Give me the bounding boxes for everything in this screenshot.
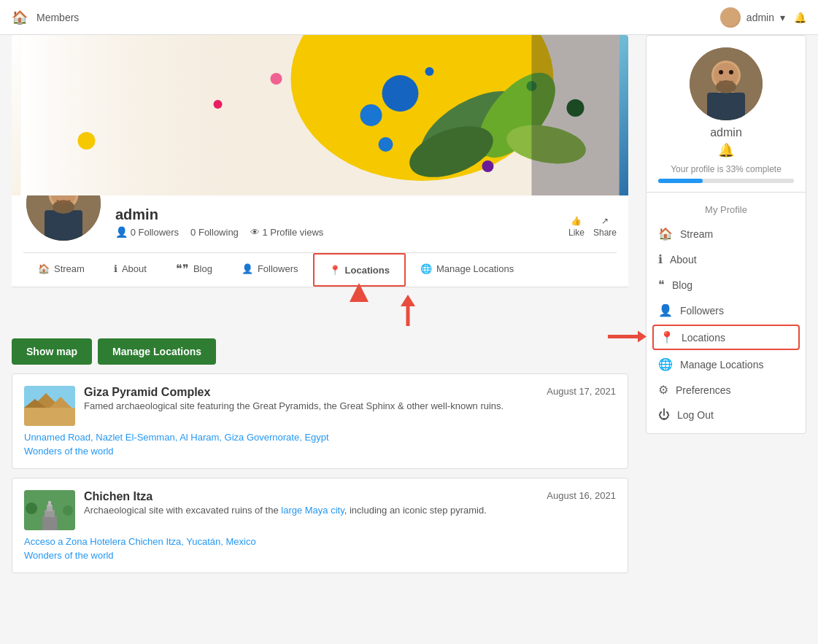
profile-actions: 👍 Like ↗ Share (568, 216, 617, 244)
manage-locations-tab-icon: 🌐 (420, 263, 432, 274)
home-icon[interactable]: 🏠 (12, 9, 28, 26)
sidebar-item-followers[interactable]: 👤 Followers (647, 298, 806, 323)
location-title: Chichen Itza (84, 490, 153, 503)
svg-marker-26 (350, 283, 369, 302)
svg-rect-1 (21, 35, 240, 195)
location-title: Giza Pyramid Complex (84, 386, 210, 399)
sidebar-item-locations[interactable]: 📍 Locations (652, 325, 800, 350)
sidebar-item-preferences[interactable]: ⚙ Preferences (647, 377, 806, 403)
profile-complete-text: Your profile is 33% complete (647, 164, 806, 174)
admin-name: admin (746, 12, 774, 23)
my-profile-heading: My Profile (647, 198, 806, 221)
cover-image (12, 35, 628, 195)
locations-sidebar-icon: 📍 (660, 330, 674, 344)
followers-icon: 👤 (658, 303, 673, 317)
manage-locations-button[interactable]: Manage Locations (98, 338, 216, 365)
svg-point-10 (78, 132, 96, 150)
profile-progress-bar (658, 179, 794, 183)
svg-rect-30 (24, 408, 75, 426)
svg-point-9 (271, 73, 282, 85)
svg-marker-28 (401, 295, 415, 306)
tab-locations[interactable]: 📍 Locations (313, 253, 406, 287)
svg-rect-35 (42, 516, 57, 530)
svg-rect-38 (48, 501, 51, 506)
location-description: Famed archaeological site featuring the … (84, 399, 616, 414)
svg-point-8 (360, 104, 382, 126)
svg-rect-21 (45, 210, 82, 241)
profile-name: admin (115, 206, 557, 223)
sidebar-username: admin (647, 126, 806, 139)
preferences-icon: ⚙ (658, 383, 668, 397)
sidebar-item-about[interactable]: ℹ About (647, 247, 806, 272)
location-address[interactable]: Acceso a Zona Hotelera Chichen Itza, Yuc… (24, 536, 616, 547)
tab-blog[interactable]: ❝❞ Blog (161, 253, 227, 287)
tab-about[interactable]: ℹ About (99, 253, 161, 287)
blog-icon: ❝ (658, 278, 665, 292)
about-icon: ℹ (658, 252, 663, 266)
svg-point-12 (425, 67, 434, 76)
location-date: August 16, 2021 (547, 490, 616, 501)
location-thumbnail (24, 490, 75, 530)
svg-rect-44 (707, 93, 745, 120)
profile-progress-fill (658, 179, 703, 183)
following-stat: 0 Following (190, 227, 239, 238)
svg-point-13 (379, 137, 393, 152)
action-buttons-row: Show map Manage Locations (12, 330, 628, 373)
location-list: Giza Pyramid Complex August 17, 2021 Fam… (12, 373, 628, 573)
share-button[interactable]: ↗ Share (593, 216, 617, 238)
profile-stats: 👤 0 Followers 0 Following 👁 1 Profile vi… (115, 226, 557, 238)
location-thumbnail (24, 386, 75, 426)
svg-rect-17 (532, 35, 620, 195)
chevron-down-icon: ▾ (780, 12, 785, 23)
main-content: admin 👤 0 Followers 0 Following 👁 (12, 35, 628, 582)
svg-point-48 (729, 70, 733, 74)
location-date: August 17, 2021 (547, 386, 616, 397)
svg-point-39 (26, 503, 37, 514)
sidebar-card: admin 🔔 Your profile is 33% complete My … (646, 35, 806, 434)
location-tag[interactable]: Wonders of the world (24, 550, 616, 561)
followers-tab-icon: 👤 (242, 263, 253, 274)
stream-tab-icon: 🏠 (38, 263, 50, 274)
blog-tab-icon: ❝❞ (176, 262, 189, 276)
svg-point-14 (482, 160, 494, 172)
location-card: Giza Pyramid Complex August 17, 2021 Fam… (12, 373, 628, 469)
like-button[interactable]: 👍 Like (568, 216, 584, 238)
tab-stream[interactable]: 🏠 Stream (23, 253, 99, 287)
admin-avatar (720, 7, 741, 28)
logout-icon: ⏻ (658, 408, 670, 422)
location-address[interactable]: Unnamed Road, Nazlet El-Semman, Al Haram… (24, 432, 616, 443)
location-description: Archaeological site with excavated ruins… (84, 503, 616, 518)
show-map-button[interactable]: Show map (12, 338, 92, 365)
profile-section: admin 👤 0 Followers 0 Following 👁 (12, 195, 628, 287)
sidebar-bell-icon: 🔔 (647, 142, 806, 158)
divider (647, 192, 806, 193)
svg-marker-50 (638, 330, 647, 342)
tab-followers[interactable]: 👤 Followers (227, 253, 313, 287)
tab-manage-locations[interactable]: 🌐 Manage Locations (406, 253, 528, 287)
svg-point-11 (214, 100, 223, 109)
svg-point-7 (382, 75, 419, 112)
profile-details: admin 👤 0 Followers 0 Following 👁 (115, 206, 557, 244)
views-stat: 👁 1 Profile views (250, 227, 323, 238)
admin-menu[interactable]: admin ▾ (720, 7, 785, 28)
svg-point-47 (719, 70, 723, 74)
location-card: Chichen Itza August 16, 2021 Archaeologi… (12, 478, 628, 573)
svg-point-40 (63, 505, 73, 516)
sidebar-item-manage-locations[interactable]: 🌐 Manage Locations (647, 352, 806, 377)
members-link[interactable]: Members (36, 12, 711, 23)
sidebar: admin 🔔 Your profile is 33% complete My … (646, 35, 806, 582)
about-tab-icon: ℹ (114, 263, 117, 274)
sidebar-item-stream[interactable]: 🏠 Stream (647, 221, 806, 247)
sidebar-item-blog[interactable]: ❝ Blog (647, 272, 806, 298)
sidebar-avatar (690, 47, 763, 120)
followers-stat: 👤 0 Followers (115, 226, 179, 238)
location-tag[interactable]: Wonders of the world (24, 446, 616, 457)
locations-tab-icon: 📍 (329, 265, 341, 276)
sidebar-item-logout[interactable]: ⏻ Log Out (647, 403, 806, 427)
cover-area (12, 35, 628, 195)
tabs: 🏠 Stream ℹ About ❝❞ Blog 👤 Followers (23, 252, 617, 287)
manage-locations-icon: 🌐 (658, 357, 673, 371)
home-icon: 🏠 (658, 227, 673, 241)
svg-point-46 (716, 80, 736, 93)
bell-icon[interactable]: 🔔 (794, 12, 806, 23)
